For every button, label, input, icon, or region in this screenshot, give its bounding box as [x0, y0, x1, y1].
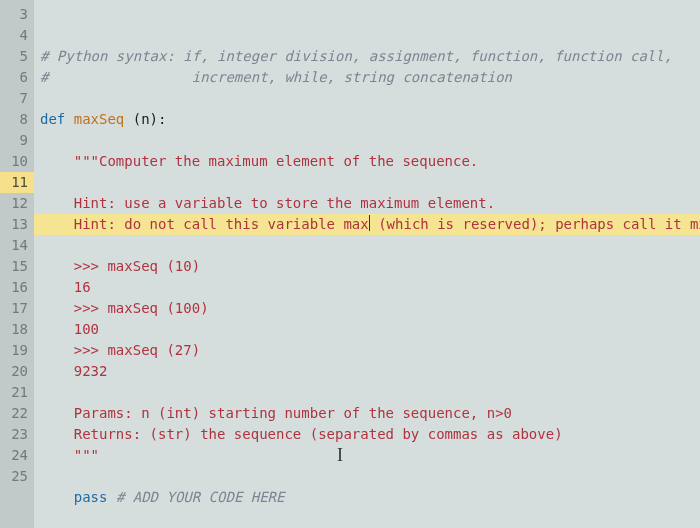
line-number: 11 — [0, 172, 34, 193]
code-token — [40, 342, 74, 358]
line-number: 8 — [0, 109, 28, 130]
code-token — [40, 321, 74, 337]
code-token: >>> maxSeq (10) — [74, 258, 200, 274]
line-number: 7 — [0, 88, 28, 109]
code-token — [40, 426, 74, 442]
code-token: """ — [74, 447, 99, 463]
code-token — [40, 405, 74, 421]
code-line[interactable]: >>> maxSeq (100) — [40, 298, 700, 319]
line-number: 10 — [0, 151, 28, 172]
code-token: maxSeq — [74, 111, 125, 127]
code-line[interactable] — [40, 382, 700, 403]
line-number: 21 — [0, 382, 28, 403]
line-number: 6 — [0, 67, 28, 88]
code-token: Hint: use a variable to store the maximu… — [74, 195, 495, 211]
code-line[interactable] — [40, 172, 700, 193]
code-line[interactable]: # Python syntax: if, integer division, a… — [40, 46, 700, 67]
code-line[interactable]: Params: n (int) starting number of the s… — [40, 403, 700, 424]
line-number: 4 — [0, 25, 28, 46]
code-token: # Python syntax: if, integer division, a… — [40, 48, 672, 64]
code-token — [107, 489, 115, 505]
code-line[interactable] — [40, 508, 700, 528]
code-line[interactable]: 100 — [40, 319, 700, 340]
line-number: 15 — [0, 256, 28, 277]
code-token — [40, 447, 74, 463]
code-line[interactable]: >>> maxSeq (27) — [40, 340, 700, 361]
code-line[interactable]: Returns: (str) the sequence (separated b… — [40, 424, 700, 445]
line-number: 12 — [0, 193, 28, 214]
code-line[interactable]: # increment, while, string concatenation — [40, 67, 700, 88]
line-number: 23 — [0, 424, 28, 445]
code-token: def — [40, 111, 74, 127]
line-number: 18 — [0, 319, 28, 340]
line-number: 22 — [0, 403, 28, 424]
line-number: 5 — [0, 46, 28, 67]
code-token: Params: n (int) starting number of the s… — [74, 405, 512, 421]
code-token: >>> maxSeq (100) — [74, 300, 209, 316]
line-number: 24 — [0, 445, 28, 466]
line-number: 20 — [0, 361, 28, 382]
line-number: 19 — [0, 340, 28, 361]
code-token: Returns: (str) the sequence (separated b… — [74, 426, 563, 442]
code-line[interactable]: 9232 — [40, 361, 700, 382]
code-token: 16 — [74, 279, 91, 295]
code-token — [40, 216, 74, 232]
code-token: 100 — [74, 321, 99, 337]
line-number: 9 — [0, 130, 28, 151]
code-line[interactable]: pass # ADD YOUR CODE HERE — [40, 487, 700, 508]
code-token: # increment, while, string concatenation — [40, 69, 512, 85]
line-number: 3 — [0, 4, 28, 25]
code-token — [40, 279, 74, 295]
code-token: pass — [74, 489, 108, 505]
code-token: >>> maxSeq (27) — [74, 342, 200, 358]
code-line[interactable] — [40, 130, 700, 151]
line-number: 25 — [0, 466, 28, 487]
code-line[interactable]: def maxSeq (n): — [40, 109, 700, 130]
code-token: Hint: do not call this variable max — [74, 216, 369, 232]
code-line[interactable]: Hint: use a variable to store the maximu… — [40, 193, 700, 214]
code-line[interactable] — [40, 88, 700, 109]
line-number: 13 — [0, 214, 28, 235]
code-token — [40, 153, 74, 169]
line-number: 14 — [0, 235, 28, 256]
code-editor[interactable]: 345678910111213141516171819202122232425 … — [0, 0, 700, 528]
code-token — [40, 489, 74, 505]
code-line[interactable]: """Computer the maximum element of the s… — [40, 151, 700, 172]
line-number: 17 — [0, 298, 28, 319]
code-token: 9232 — [74, 363, 108, 379]
code-line[interactable]: >>> maxSeq (10) — [40, 256, 700, 277]
code-line[interactable] — [40, 466, 700, 487]
code-token: (n): — [124, 111, 166, 127]
code-line[interactable] — [40, 235, 700, 256]
code-token: (which is reserved); perhaps call it mx — [370, 216, 700, 232]
code-token: # ADD YOUR CODE HERE — [116, 489, 285, 505]
code-line[interactable]: 16 — [40, 277, 700, 298]
code-line[interactable]: Hint: do not call this variable max (whi… — [34, 214, 700, 235]
code-token — [40, 363, 74, 379]
code-area[interactable]: # Python syntax: if, integer division, a… — [34, 0, 700, 528]
code-line[interactable]: """ — [40, 445, 700, 466]
code-token: """Computer the maximum element of the s… — [74, 153, 479, 169]
line-number-gutter: 345678910111213141516171819202122232425 — [0, 0, 34, 528]
line-number: 16 — [0, 277, 28, 298]
code-token — [40, 300, 74, 316]
code-token — [40, 195, 74, 211]
code-token — [40, 258, 74, 274]
